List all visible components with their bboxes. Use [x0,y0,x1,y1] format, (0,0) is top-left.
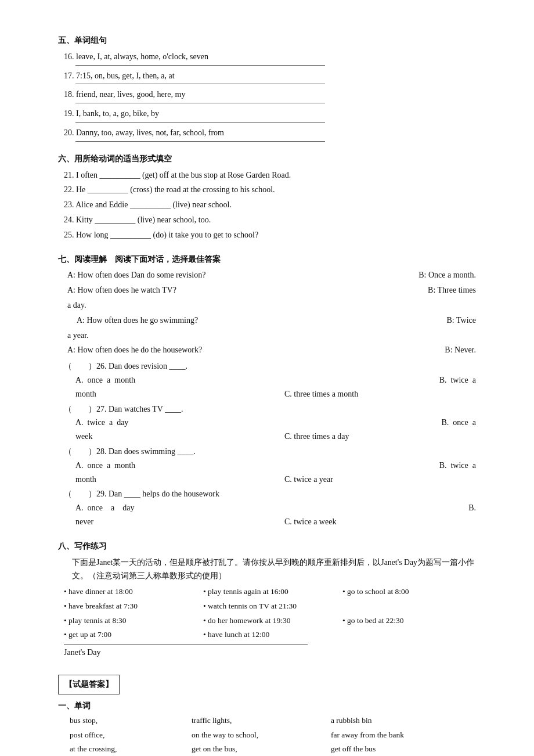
question-26-stem: （ ）26. Dan does revision ____. [64,359,488,373]
question-20: 20. Danny, too, away, lives, not, far, s… [58,126,488,142]
q17-num: 17. [64,71,76,80]
q16-num: 16. [64,52,76,61]
question-25: 25. How long __________ (do) it take you… [64,228,488,242]
q16-text: leave, I, at, always, home, o'clock, sev… [76,52,208,61]
dialog-line-1: A: How often does Dan do some revision? … [67,268,488,282]
vocab-list: bus stop, traffic lights, a rubbish bin … [70,714,488,756]
vocab-row-1: bus stop, traffic lights, a rubbish bin [70,714,488,728]
janet-day-title: Janet's Day [64,646,488,660]
q18-num: 18. [64,90,76,99]
question-27-stem: （ ）27. Dan watches TV ____. [64,402,488,416]
question-29-choices: A. once a day B. [75,501,488,515]
bullet-row-1: • have dinner at 18:00 • play tennis aga… [64,585,488,599]
q19-answer-line [75,122,325,123]
vocab-row-2: post office, on the way to school, far a… [70,728,488,742]
section-six: 六、用所给动词的适当形式填空 21. I often __________ (g… [58,152,488,242]
question-29-stem: （ ）29. Dan ____ helps do the housework [64,487,488,501]
question-26-block: （ ）26. Dan does revision ____. A. once a… [64,359,488,401]
q18-text: friend, near, lives, good, here, my [76,90,185,99]
dialog-line-2: A: How often does he watch TV? B: Three … [67,283,488,297]
q20-num: 20. [64,128,76,137]
answers-section: 【试题答案】 一、单词 bus stop, traffic lights, a … [58,669,488,756]
section-eight: 八、写作练习 下面是Janet某一天的活动，但是顺序被打乱了。请你按从早到晚的顺… [58,539,488,660]
dialog-line-3: A: How often does he go swimming? B: Twi… [67,314,488,327]
bullet-row-3: • play tennis at 8:30 • do her homework … [64,614,488,628]
question-19: 19. I, bank, to, a, go, bike, by [58,107,488,123]
q20-answer-line [75,141,325,142]
section-five-title: 五、单词组句 [58,34,488,48]
q16-answer-line [75,65,325,66]
question-23: 23. Alice and Eddie __________ (live) ne… [64,198,488,212]
question-21: 21. I often __________ (get) off at the … [64,168,488,182]
writing-bullets: • have dinner at 18:00 • play tennis aga… [64,585,488,642]
section-six-title: 六、用所给动词的适当形式填空 [58,152,488,166]
answers-section-one-title: 一、单词 [58,699,488,713]
writing-intro: 下面是Janet某一天的活动，但是顺序被打乱了。请你按从早到晚的顺序重新排列后，… [72,556,488,583]
question-27-choices: A. twice a day B. once a [75,416,488,430]
question-28-choices-c: month C. twice a year [75,473,488,487]
q19-text: I, bank, to, a, go, bike, by [76,109,159,118]
question-27-choices-c: week C. three times a day [75,430,488,444]
bullet-row-2: • have breakfast at 7:30 • watch tennis … [64,599,488,613]
bullet-row-4: • get up at 7:00 • have lunch at 12:00 [64,628,488,642]
question-24: 24. Kitty __________ (live) near school,… [64,213,488,227]
q20-text: Danny, too, away, lives, not, far, schoo… [76,128,224,137]
dialog-line-4: A: How often does he do the housework? B… [67,343,488,357]
question-17: 17. 7:15, on, bus, get, I, then, a, at [58,69,488,85]
vocab-row-3: at the crossing, get on the bus, get off… [70,742,488,756]
section-seven: 七、阅读理解 阅读下面对话，选择最佳答案 A: How often does D… [58,253,488,529]
question-28-stem: （ ）28. Dan does swimming ____. [64,445,488,459]
dialog-line-3b: a year. [67,329,488,343]
question-28-choices: A. once a month B. twice a [75,459,488,473]
q19-num: 19. [64,109,76,118]
question-22: 22. He __________ (cross) the road at th… [64,183,488,197]
q17-answer-line [75,84,325,84]
question-18: 18. friend, near, lives, good, here, my [58,88,488,103]
question-29-choices-c: never C. twice a week [75,515,488,529]
section-five: 五、单词组句 16. leave, I, at, always, home, o… [58,34,488,142]
question-26-choices: A. once a month B. twice a [75,373,488,387]
question-26-choices-c: month C. three times a month [75,387,488,401]
janet-day-divider [64,644,308,645]
section-seven-title: 七、阅读理解 阅读下面对话，选择最佳答案 [58,253,488,267]
section-eight-title: 八、写作练习 [58,539,488,553]
question-16: 16. leave, I, at, always, home, o'clock,… [58,50,488,66]
q18-answer-line [75,103,325,103]
question-29-block: （ ）29. Dan ____ helps do the housework A… [64,487,488,528]
q17-text: 7:15, on, bus, get, I, then, a, at [76,71,175,80]
question-28-block: （ ）28. Dan does swimming ____. A. once a… [64,445,488,486]
answer-box-label: 【试题答案】 [58,675,120,694]
question-27-block: （ ）27. Dan watches TV ____. A. twice a d… [64,402,488,444]
dialog-line-2b: a day. [67,298,488,312]
